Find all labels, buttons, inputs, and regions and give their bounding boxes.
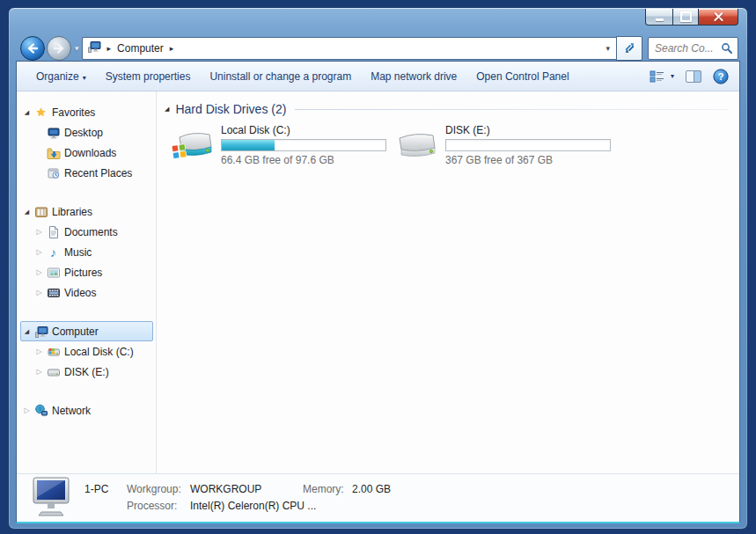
drive-name: Local Disk (C:) (221, 124, 386, 137)
sidebar-item-label: Libraries (49, 206, 92, 218)
breadcrumb-separator-icon[interactable]: ▸ (170, 44, 174, 53)
expander-collapsed-icon[interactable]: ▷ (33, 347, 45, 355)
drive-tile-disk-e[interactable]: DISK (E:) 367 GB free of 367 GB (394, 124, 612, 168)
map-network-drive-button[interactable]: Map network drive (371, 70, 457, 83)
recent-pages-caret-icon[interactable]: ▾ (75, 44, 79, 53)
sidebar-item-music[interactable]: ▷ ♪ Music (20, 242, 153, 262)
forward-button[interactable] (47, 36, 71, 61)
capacity-bar (445, 139, 611, 151)
close-button[interactable] (698, 9, 738, 26)
expander-collapsed-icon[interactable]: ▷ (21, 406, 33, 414)
maximize-icon (680, 11, 692, 22)
refresh-icon (623, 41, 636, 55)
sidebar-item-label: Local Disk (C:) (62, 346, 134, 358)
uninstall-program-button[interactable]: Uninstall or change a program (209, 70, 351, 83)
minimize-button[interactable] (645, 9, 673, 26)
sidebar-item-label: Music (62, 246, 92, 259)
search-box (648, 37, 738, 60)
expander-expanded-icon[interactable]: ◢ (21, 208, 33, 216)
recent-places-icon (45, 166, 62, 180)
change-view-button[interactable]: ▾ (650, 70, 674, 83)
close-icon (713, 11, 724, 23)
computer-name: 1-PC (84, 482, 127, 497)
sidebar-item-disk-e[interactable]: ▷ DISK (E:) (20, 362, 153, 382)
help-button[interactable]: ? (713, 69, 729, 84)
memory-value: 2.00 GB (352, 482, 391, 497)
sidebar-item-recent-places[interactable]: Recent Places (20, 163, 153, 183)
expander-expanded-icon[interactable]: ◢ (21, 328, 33, 335)
system-properties-button[interactable]: System properties (106, 70, 191, 83)
expander-collapsed-icon[interactable]: ▷ (33, 289, 45, 296)
address-dropdown-icon[interactable]: ▾ (606, 44, 610, 53)
preview-pane-button[interactable] (686, 70, 701, 83)
explorer-window: ▾ ▸ Computer ▸ ▾ Organize▾ (8, 7, 748, 530)
sidebar-item-label: Desktop (62, 127, 103, 139)
expander-expanded-icon[interactable]: ◢ (21, 109, 33, 116)
forward-arrow-icon (51, 40, 67, 56)
maximize-button[interactable] (673, 9, 698, 26)
organize-button[interactable]: Organize▾ (36, 70, 86, 83)
hard-drive-icon (394, 128, 440, 168)
sidebar-item-computer[interactable]: ◢ Computer (20, 321, 153, 341)
group-expander-icon[interactable]: ◢ (165, 106, 169, 113)
sidebar-item-label: Favorites (49, 106, 95, 119)
local-disk-icon (45, 345, 62, 359)
file-list-pane: ◢ Hard Disk Drives (2) (157, 91, 739, 473)
breadcrumb-item-computer[interactable]: Computer (117, 42, 164, 55)
sidebar-item-libraries[interactable]: ◢ Libraries (20, 201, 153, 222)
sidebar-item-videos[interactable]: ▷ Videos (20, 282, 153, 303)
drive-name: DISK (E:) (445, 124, 611, 137)
favorites-star-icon: ★ (33, 106, 49, 120)
disk-icon (45, 365, 62, 379)
back-arrow-icon (25, 40, 40, 56)
details-pane: 1-PC Workgroup: WORKGROUP Memory: 2.00 G… (17, 473, 739, 522)
expander-collapsed-icon[interactable]: ▷ (33, 368, 45, 376)
sidebar-item-desktop[interactable]: Desktop (20, 122, 153, 143)
open-control-panel-button[interactable]: Open Control Panel (476, 70, 569, 83)
pictures-icon (45, 266, 62, 280)
refresh-button[interactable] (616, 36, 642, 61)
computer-icon (87, 40, 101, 56)
search-icon[interactable] (721, 42, 733, 55)
preview-pane-icon (686, 70, 701, 83)
music-icon: ♪ (45, 245, 62, 260)
sidebar-item-label: DISK (E:) (62, 366, 109, 378)
sidebar-item-label: Recent Places (62, 167, 132, 179)
hard-drive-windows-icon (170, 128, 216, 168)
sidebar-item-favorites[interactable]: ◢ ★ Favorites (20, 102, 153, 122)
client-area: Organize▾ System properties Uninstall or… (16, 61, 740, 523)
sidebar-item-local-disk-c[interactable]: ▷ Local Disk (C:) (20, 341, 153, 362)
sidebar-item-label: Videos (62, 287, 96, 299)
memory-label: Memory: (303, 482, 352, 497)
back-button[interactable] (20, 36, 45, 61)
sidebar-item-label: Documents (62, 226, 118, 238)
expander-collapsed-icon[interactable]: ▷ (33, 248, 45, 256)
search-input[interactable] (649, 42, 721, 55)
capacity-bar (221, 139, 386, 151)
computer-large-icon (30, 476, 72, 520)
desktop-background: { "window": { "controls": [ {"name": "mi… (0, 0, 756, 534)
drive-tile-local-disk-c[interactable]: Local Disk (C:) 66.4 GB free of 97.6 GB (170, 124, 387, 168)
libraries-icon (33, 205, 49, 219)
sidebar-item-network[interactable]: ▷ Network (20, 400, 153, 421)
workgroup-value: WORKGROUP (190, 482, 303, 497)
computer-icon (33, 325, 49, 339)
sidebar-item-downloads[interactable]: Downloads (20, 143, 153, 163)
minimize-icon (656, 18, 664, 21)
sidebar-item-label: Network (49, 405, 91, 417)
processor-value: Intel(R) Celeron(R) CPU ... (190, 499, 391, 514)
breadcrumb-separator-icon[interactable]: ▸ (107, 44, 112, 53)
sidebar-item-documents[interactable]: ▷ Documents (20, 222, 153, 242)
command-bar: Organize▾ System properties Uninstall or… (17, 62, 739, 91)
expander-collapsed-icon[interactable]: ▷ (33, 268, 45, 276)
views-caret-icon: ▾ (671, 72, 674, 80)
group-header[interactable]: ◢ Hard Disk Drives (2) (165, 102, 729, 116)
details-text: 1-PC Workgroup: WORKGROUP Memory: 2.00 G… (84, 482, 391, 514)
views-icon (650, 70, 664, 83)
window-controls (645, 9, 738, 26)
sidebar-item-label: Computer (49, 326, 99, 338)
address-bar[interactable]: ▸ Computer ▸ ▾ (82, 37, 616, 60)
desktop-icon (45, 126, 62, 140)
expander-collapsed-icon[interactable]: ▷ (33, 228, 45, 236)
sidebar-item-pictures[interactable]: ▷ Pictures (20, 262, 153, 282)
